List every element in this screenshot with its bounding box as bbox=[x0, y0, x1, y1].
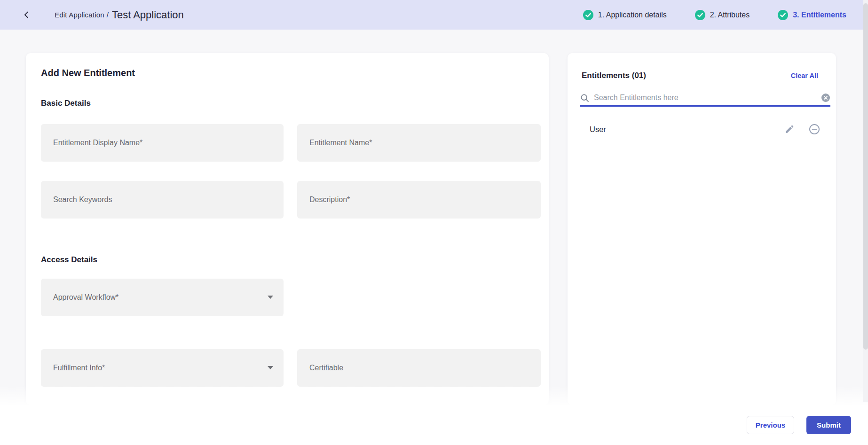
previous-button[interactable]: Previous bbox=[747, 416, 794, 434]
remove-entitlement-button[interactable] bbox=[809, 124, 820, 135]
entitlements-panel: Entitlements (01) Clear All User bbox=[568, 53, 836, 405]
submit-button[interactable]: Submit bbox=[806, 416, 851, 434]
fulfillment-info-select[interactable] bbox=[41, 349, 284, 387]
search-icon bbox=[580, 93, 590, 103]
step-attributes[interactable]: 2. Attributes bbox=[695, 10, 750, 20]
caret-down-icon[interactable] bbox=[268, 366, 273, 369]
footer-bar: Previous Submit bbox=[0, 405, 868, 445]
pencil-icon bbox=[784, 124, 795, 134]
scrollbar-track[interactable] bbox=[863, 0, 868, 402]
entitlements-search bbox=[580, 90, 830, 107]
add-entitlement-card: Add New Entitlement Basic Details Access… bbox=[26, 53, 549, 405]
field-entitlement-display-name bbox=[41, 124, 284, 162]
section-access-details: Access Details bbox=[41, 255, 97, 265]
entitlement-list-item: User bbox=[582, 119, 822, 140]
breadcrumb-separator: / bbox=[107, 11, 109, 19]
field-search-keywords bbox=[41, 181, 284, 219]
entitlement-actions bbox=[784, 124, 820, 135]
check-circle-icon bbox=[583, 10, 593, 20]
section-basic-details: Basic Details bbox=[41, 99, 91, 108]
caret-down-icon[interactable] bbox=[268, 296, 273, 299]
entitlements-panel-header: Entitlements (01) Clear All bbox=[582, 71, 818, 80]
field-approval-workflow bbox=[41, 279, 284, 316]
top-header: Edit Application / Test Application 1. A… bbox=[0, 0, 868, 30]
approval-workflow-select[interactable] bbox=[41, 279, 284, 316]
back-button[interactable] bbox=[20, 8, 33, 22]
step-label: 1. Application details bbox=[598, 11, 667, 19]
step-entitlements[interactable]: 3. Entitlements bbox=[778, 10, 846, 20]
page-title: Test Application bbox=[112, 9, 184, 21]
minus-circle-icon bbox=[809, 124, 820, 135]
edit-entitlement-button[interactable] bbox=[784, 124, 795, 134]
field-fulfillment-info bbox=[41, 349, 284, 387]
x-circle-icon bbox=[821, 93, 830, 102]
check-circle-icon bbox=[778, 10, 788, 20]
chevron-left-icon bbox=[22, 10, 31, 19]
check-circle-icon bbox=[695, 10, 705, 20]
entitlements-title: Entitlements (01) bbox=[582, 71, 646, 80]
step-label: 3. Entitlements bbox=[793, 11, 846, 19]
step-application-details[interactable]: 1. Application details bbox=[583, 10, 667, 20]
clear-search-button[interactable] bbox=[821, 93, 830, 102]
field-entitlement-name bbox=[297, 124, 541, 162]
card-title: Add New Entitlement bbox=[41, 68, 135, 78]
entitlements-search-input[interactable] bbox=[594, 94, 821, 102]
step-label: 2. Attributes bbox=[710, 11, 750, 19]
field-certifiable bbox=[297, 349, 541, 387]
field-description bbox=[297, 181, 541, 219]
clear-all-link[interactable]: Clear All bbox=[791, 72, 818, 79]
description-input[interactable] bbox=[297, 181, 541, 219]
breadcrumb-section[interactable]: Edit Application bbox=[55, 11, 104, 19]
main-content: Add New Entitlement Basic Details Access… bbox=[0, 30, 868, 405]
entitlement-name: User bbox=[590, 125, 606, 134]
entitlement-name-input[interactable] bbox=[297, 124, 541, 162]
wizard-steps: 1. Application details 2. Attributes 3. … bbox=[583, 10, 846, 20]
entitlement-display-name-input[interactable] bbox=[41, 124, 284, 162]
scrollbar-thumb[interactable] bbox=[863, 3, 868, 350]
certifiable-input[interactable] bbox=[297, 349, 541, 387]
search-keywords-input[interactable] bbox=[41, 181, 284, 219]
